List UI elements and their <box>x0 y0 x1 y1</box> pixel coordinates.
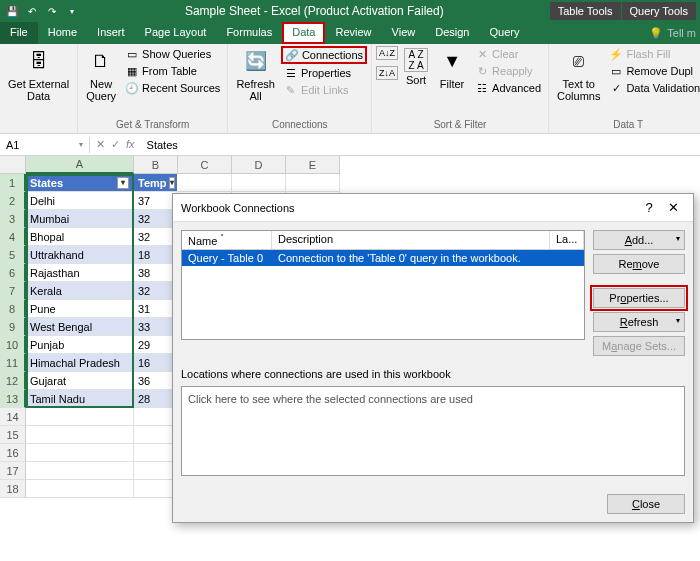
add-button[interactable]: Add...▾ <box>593 230 685 250</box>
tab-file[interactable]: File <box>0 22 38 44</box>
refresh-button[interactable]: Refresh▾ <box>593 312 685 332</box>
filter-dropdown-icon[interactable]: ▾ <box>117 177 129 189</box>
remove-duplicates-button[interactable]: ▭Remove Dupl <box>606 63 700 79</box>
properties-button[interactable]: Properties... <box>593 288 685 308</box>
sort-asc-icon[interactable]: A↓Z <box>376 46 398 60</box>
text-to-columns-button[interactable]: ⎚ Text to Columns <box>553 46 604 104</box>
reapply-button[interactable]: ↻Reapply <box>472 63 544 79</box>
redo-icon[interactable]: ↷ <box>44 3 60 19</box>
dialog-close-icon[interactable]: ✕ <box>661 200 685 215</box>
row-header[interactable]: 8 <box>0 300 26 318</box>
undo-icon[interactable]: ↶ <box>24 3 40 19</box>
cell[interactable] <box>26 444 134 462</box>
tab-formulas[interactable]: Formulas <box>216 22 282 44</box>
tab-home[interactable]: Home <box>38 22 87 44</box>
name-box[interactable]: A1 ▾ <box>0 137 90 153</box>
row-header[interactable]: 15 <box>0 426 26 444</box>
remove-button[interactable]: Remove <box>593 254 685 274</box>
tab-review[interactable]: Review <box>325 22 381 44</box>
column-header[interactable]: E <box>286 156 340 174</box>
column-header[interactable]: A <box>26 156 134 174</box>
row-header[interactable]: 12 <box>0 372 26 390</box>
from-table-button[interactable]: ▦From Table <box>122 63 223 79</box>
qat-customize-icon[interactable]: ▾ <box>64 3 80 19</box>
row-header[interactable]: 18 <box>0 480 26 498</box>
save-icon[interactable]: 💾 <box>4 3 20 19</box>
cell[interactable]: Mumbai <box>26 210 134 228</box>
cell[interactable] <box>26 462 134 480</box>
cell[interactable]: Kerala <box>26 282 134 300</box>
fx-icon[interactable]: fx <box>126 138 135 151</box>
enter-formula-icon[interactable]: ✓ <box>111 138 120 151</box>
row-header[interactable]: 7 <box>0 282 26 300</box>
row-header[interactable]: 16 <box>0 444 26 462</box>
tab-data[interactable]: Data <box>282 22 325 44</box>
close-button[interactable]: Close <box>607 494 685 514</box>
cell[interactable] <box>26 408 134 426</box>
new-query-button[interactable]: 🗋 New Query <box>82 46 120 104</box>
col-last[interactable]: La... <box>550 231 584 249</box>
get-external-data-button[interactable]: 🗄 Get External Data <box>4 46 73 104</box>
connection-row[interactable]: Query - Table 0 Connection to the 'Table… <box>182 250 584 266</box>
cell[interactable]: Himachal Pradesh <box>26 354 134 372</box>
cancel-formula-icon[interactable]: ✕ <box>96 138 105 151</box>
col-name[interactable]: Name ˄ <box>182 231 272 249</box>
row-header[interactable]: 2 <box>0 192 26 210</box>
filter-dropdown-icon[interactable]: ▾ <box>169 177 175 189</box>
row-header[interactable]: 17 <box>0 462 26 480</box>
formula-input[interactable]: States <box>141 137 700 153</box>
clear-button[interactable]: ✕Clear <box>472 46 544 62</box>
tab-insert[interactable]: Insert <box>87 22 135 44</box>
cell[interactable]: Tamil Nadu <box>26 390 134 408</box>
advanced-button[interactable]: ☷Advanced <box>472 80 544 96</box>
filter-button[interactable]: ▼ Filter <box>434 46 470 92</box>
row-header[interactable]: 13 <box>0 390 26 408</box>
row-header[interactable]: 3 <box>0 210 26 228</box>
cell[interactable]: Gujarat <box>26 372 134 390</box>
edit-links-button[interactable]: ✎Edit Links <box>281 82 367 98</box>
sort-button[interactable]: A ZZ A Sort <box>400 46 432 88</box>
col-description[interactable]: Description <box>272 231 550 249</box>
cell[interactable] <box>26 480 134 498</box>
flash-fill-button[interactable]: ⚡Flash Fill <box>606 46 700 62</box>
row-header[interactable]: 4 <box>0 228 26 246</box>
row-header[interactable]: 14 <box>0 408 26 426</box>
row-header[interactable]: 9 <box>0 318 26 336</box>
row-header[interactable]: 6 <box>0 264 26 282</box>
dialog-help-button[interactable]: ? <box>637 200 661 215</box>
cell[interactable]: Temp▾ <box>134 174 178 192</box>
refresh-all-button[interactable]: 🔄 Refresh All <box>232 46 279 104</box>
column-header[interactable]: C <box>178 156 232 174</box>
tab-query[interactable]: Query <box>479 22 529 44</box>
cell[interactable] <box>286 174 340 192</box>
recent-sources-button[interactable]: 🕘Recent Sources <box>122 80 223 96</box>
tell-me[interactable]: 💡 Tell m <box>649 22 700 44</box>
sort-desc-icon[interactable]: Z↓A <box>376 66 398 80</box>
cell[interactable]: Bhopal <box>26 228 134 246</box>
select-all-corner[interactable] <box>0 156 26 174</box>
cell[interactable]: States▾ <box>26 174 134 192</box>
cell[interactable]: Pune <box>26 300 134 318</box>
tab-page-layout[interactable]: Page Layout <box>135 22 217 44</box>
cell[interactable]: Punjab <box>26 336 134 354</box>
cell[interactable]: Delhi <box>26 192 134 210</box>
column-header[interactable]: D <box>232 156 286 174</box>
cell[interactable]: Rajasthan <box>26 264 134 282</box>
cell[interactable]: West Bengal <box>26 318 134 336</box>
tab-view[interactable]: View <box>382 22 426 44</box>
row-header[interactable]: 10 <box>0 336 26 354</box>
connections-button[interactable]: 🔗Connections <box>281 46 367 64</box>
show-queries-button[interactable]: ▭Show Queries <box>122 46 223 62</box>
cell[interactable]: Uttrakhand <box>26 246 134 264</box>
data-validation-button[interactable]: ✓Data Validation <box>606 80 700 96</box>
tab-design[interactable]: Design <box>425 22 479 44</box>
cell[interactable] <box>26 426 134 444</box>
row-header[interactable]: 11 <box>0 354 26 372</box>
cell[interactable] <box>232 174 286 192</box>
cell[interactable] <box>178 174 232 192</box>
properties-button[interactable]: ☰Properties <box>281 65 367 81</box>
column-header[interactable]: B <box>134 156 178 174</box>
connections-list[interactable]: Name ˄ Description La... Query - Table 0… <box>181 230 585 340</box>
locations-box[interactable]: Click here to see where the selected con… <box>181 386 685 476</box>
row-header[interactable]: 1 <box>0 174 26 192</box>
